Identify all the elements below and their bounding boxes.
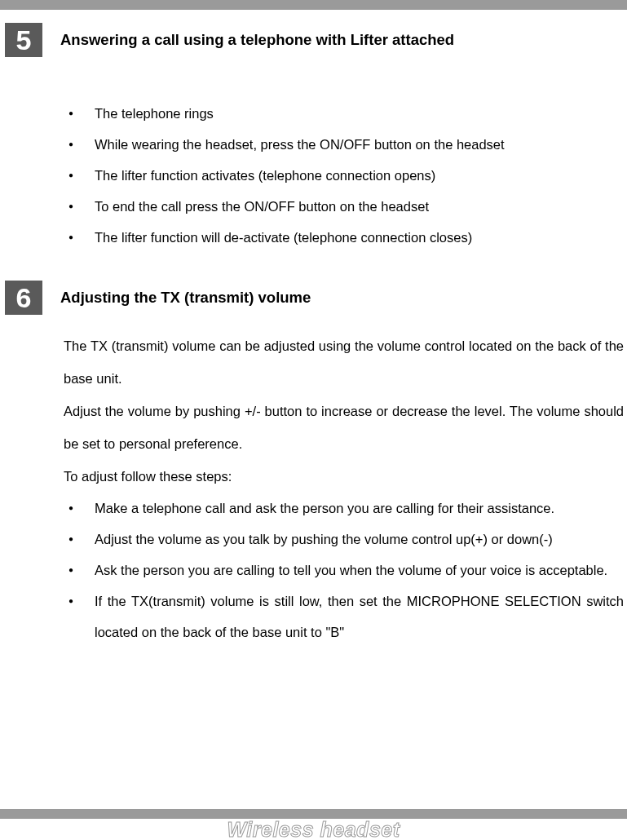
- body-paragraph: Adjust the volume by pushing +/- button …: [64, 395, 624, 460]
- section-5-content: The telephone rings While wearing the he…: [64, 98, 624, 253]
- section-6-bullets: Make a telephone call and ask the person…: [64, 493, 624, 648]
- footer-area: Wireless headset: [0, 809, 627, 840]
- section-5-bullets: The telephone rings While wearing the he…: [64, 98, 624, 253]
- list-item: The lifter function will de-activate (te…: [64, 222, 624, 253]
- section-number-box: 5: [5, 23, 42, 57]
- top-divider-bar: [0, 0, 627, 10]
- section-5-header: 5 Answering a call using a telephone wit…: [5, 23, 627, 57]
- body-paragraph: To adjust follow these steps:: [64, 460, 624, 493]
- list-item: The telephone rings: [64, 98, 624, 129]
- list-item: Ask the person you are calling to tell y…: [64, 555, 624, 586]
- section-title: Adjusting the TX (transmit) volume: [60, 289, 311, 307]
- section-title: Answering a call using a telephone with …: [60, 31, 454, 49]
- list-item: Make a telephone call and ask the person…: [64, 493, 624, 524]
- list-item: Adjust the volume as you talk by pushing…: [64, 524, 624, 555]
- section-6-header: 6 Adjusting the TX (transmit) volume: [5, 281, 627, 315]
- list-item: To end the call press the ON/OFF button …: [64, 191, 624, 222]
- footer-watermark: Wireless headset: [0, 819, 627, 840]
- list-item: If the TX(transmit) volume is still low,…: [64, 586, 624, 648]
- section-6-content: The TX (transmit) volume can be adjusted…: [64, 329, 624, 648]
- section-number-box: 6: [5, 281, 42, 315]
- list-item: The lifter function activates (telephone…: [64, 160, 624, 191]
- list-item: While wearing the headset, press the ON/…: [64, 129, 624, 160]
- body-paragraph: The TX (transmit) volume can be adjusted…: [64, 329, 624, 395]
